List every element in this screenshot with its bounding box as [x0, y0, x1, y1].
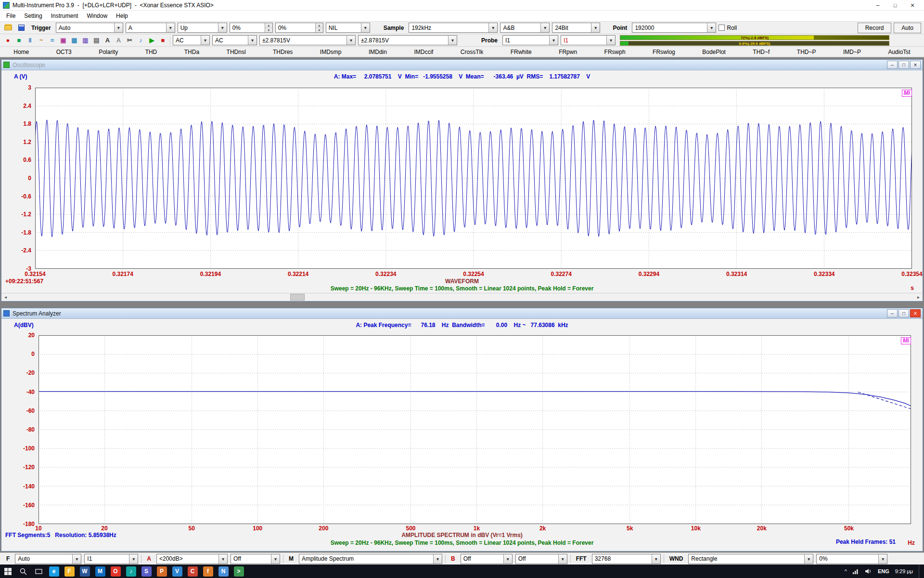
tab-thdres[interactable]: THDres	[271, 48, 295, 56]
minimize-icon[interactable]	[887, 61, 898, 69]
chevron-down-icon[interactable]	[218, 554, 227, 564]
tab-imddin[interactable]: IMDdin	[367, 48, 389, 56]
tab-thd-p[interactable]: THD~P	[795, 48, 818, 56]
app-terminal[interactable]: >	[231, 565, 246, 578]
sound-icon[interactable]: ♪	[136, 36, 146, 45]
maximize-icon[interactable]	[898, 309, 909, 317]
measurement-type-select[interactable]: Amplitude Spectrum	[299, 554, 442, 564]
chevron-down-icon[interactable]	[804, 554, 813, 564]
scroll-track[interactable]	[10, 293, 914, 301]
language-indicator[interactable]: ENG	[878, 568, 889, 574]
tab-frpwn[interactable]: FRpwn	[557, 48, 579, 56]
close-icon[interactable]	[910, 309, 921, 317]
menu-setting[interactable]: Setting	[20, 11, 46, 21]
multimeter-pane-icon[interactable]: ▣	[58, 36, 68, 45]
chevron-down-icon[interactable]	[361, 23, 370, 32]
tab-frwhite[interactable]: FRwhite	[509, 48, 534, 56]
tab-bodeplot[interactable]: BodePlot	[700, 48, 728, 56]
fft-size-select[interactable]: 32768	[592, 554, 661, 564]
chevron-down-icon[interactable]	[218, 23, 227, 32]
tab-thd[interactable]: THD	[143, 48, 159, 56]
tab-thd-f[interactable]: THD~f	[751, 48, 771, 56]
spectrum-pane-icon[interactable]: ≈	[47, 36, 57, 45]
probe-b-select[interactable]: I1	[561, 35, 616, 45]
tab-imdccif[interactable]: IMDccif	[412, 48, 435, 56]
show-desktop-button[interactable]	[919, 565, 921, 578]
coupling-a-select[interactable]: AC	[173, 35, 210, 45]
chevron-down-icon[interactable]	[346, 36, 355, 45]
a-range-select[interactable]: <200dB>	[156, 554, 228, 564]
chevron-down-icon[interactable]	[549, 36, 558, 45]
app-notepad[interactable]: N	[216, 565, 231, 578]
chevron-down-icon[interactable]	[433, 554, 442, 564]
b-mode-select[interactable]: Off	[515, 554, 567, 564]
sample-channels-select[interactable]: A&B	[500, 23, 550, 33]
overlap-select[interactable]: 0%	[816, 554, 887, 564]
b-value-select[interactable]: Off	[461, 554, 513, 564]
chevron-down-icon[interactable]	[558, 554, 567, 564]
chevron-down-icon[interactable]	[166, 23, 175, 32]
taskbar-clock[interactable]: 9:29 μμ	[895, 568, 913, 574]
app-mail[interactable]: M	[92, 565, 108, 578]
tab-thdnsl[interactable]: THDnsl	[225, 48, 248, 56]
datalog-pane-icon[interactable]: ▥	[80, 36, 90, 45]
tab-thda[interactable]: THDa	[182, 48, 201, 56]
task-view-button[interactable]	[31, 565, 46, 578]
search-button[interactable]	[15, 565, 31, 578]
app-media[interactable]: ♪	[123, 565, 139, 578]
spectrogram-pane-icon[interactable]: ▦	[69, 36, 79, 45]
tab-oct3[interactable]: OCT3	[54, 48, 74, 56]
tab-imdsmp[interactable]: IMDsmp	[318, 48, 344, 56]
tab-home[interactable]: Home	[12, 48, 31, 56]
chevron-down-icon[interactable]	[591, 23, 600, 32]
window-function-select[interactable]: Rectangle	[688, 554, 813, 564]
spin-up-icon[interactable]	[265, 23, 272, 28]
spectrum-title-bar[interactable]: Spectrum Analyzer	[1, 308, 923, 319]
trigger-hpf-select[interactable]: NIL	[326, 23, 370, 33]
record-button[interactable]: Record	[858, 23, 892, 33]
chevron-down-icon[interactable]	[503, 554, 512, 564]
tab-frswlog[interactable]: FRswlog	[651, 48, 677, 56]
probe-a-select[interactable]: I1	[502, 35, 558, 45]
title-bar[interactable]: Multi-Instrument Pro 3.9 - [+DLG+LCR+UDP…	[0, 0, 924, 11]
checkbox-icon[interactable]	[719, 25, 725, 31]
scroll-thumb[interactable]	[290, 294, 305, 301]
app-store[interactable]: S	[139, 565, 154, 578]
channel-select[interactable]: I1	[84, 554, 138, 564]
chevron-down-icon[interactable]	[448, 36, 457, 45]
tab-imd-p[interactable]: IMD~P	[841, 48, 863, 56]
spectrum-plot-area[interactable]	[38, 335, 911, 524]
app-edge[interactable]: e	[46, 565, 62, 578]
spin-down-icon[interactable]	[265, 28, 272, 32]
tab-frswph[interactable]: FRswph	[603, 48, 628, 56]
app-paint[interactable]: P	[154, 565, 169, 578]
spin-down-icon[interactable]	[316, 28, 323, 32]
chevron-down-icon[interactable]	[248, 36, 257, 45]
scope-pane-icon[interactable]: ~	[36, 36, 46, 45]
chevron-down-icon[interactable]	[707, 23, 716, 32]
minimize-icon[interactable]	[869, 0, 886, 10]
chevron-down-icon[interactable]	[129, 554, 138, 564]
roll-checkbox[interactable]: Roll	[719, 25, 737, 31]
tab-polarity[interactable]: Polarity	[97, 48, 120, 56]
monitor-icon[interactable]: ■	[14, 36, 24, 45]
trigger-delay-stepper[interactable]: 0%	[275, 23, 323, 33]
frequency-mode-select[interactable]: Auto	[15, 554, 81, 564]
scope-plot-area[interactable]	[35, 88, 912, 269]
app-vscode[interactable]: V	[169, 565, 185, 578]
close-icon[interactable]	[910, 61, 921, 69]
chevron-down-icon[interactable]	[878, 554, 887, 564]
spin-up-icon[interactable]	[316, 23, 323, 28]
trigger-mode-select[interactable]: Auto	[56, 23, 123, 33]
cut-icon[interactable]: ✂	[125, 36, 135, 45]
app-word[interactable]: W	[77, 565, 92, 578]
stop-icon[interactable]: ■	[158, 36, 168, 45]
maximize-icon[interactable]	[886, 0, 904, 10]
chevron-down-icon[interactable]	[488, 23, 497, 32]
menu-file[interactable]: File	[2, 11, 20, 21]
point-count-select[interactable]: 192000	[632, 23, 716, 33]
auto-button[interactable]: Auto	[894, 23, 921, 33]
menu-instrument[interactable]: Instrument	[47, 11, 83, 21]
close-icon[interactable]	[904, 0, 921, 10]
tab-audiotst[interactable]: AudioTst	[886, 48, 912, 56]
